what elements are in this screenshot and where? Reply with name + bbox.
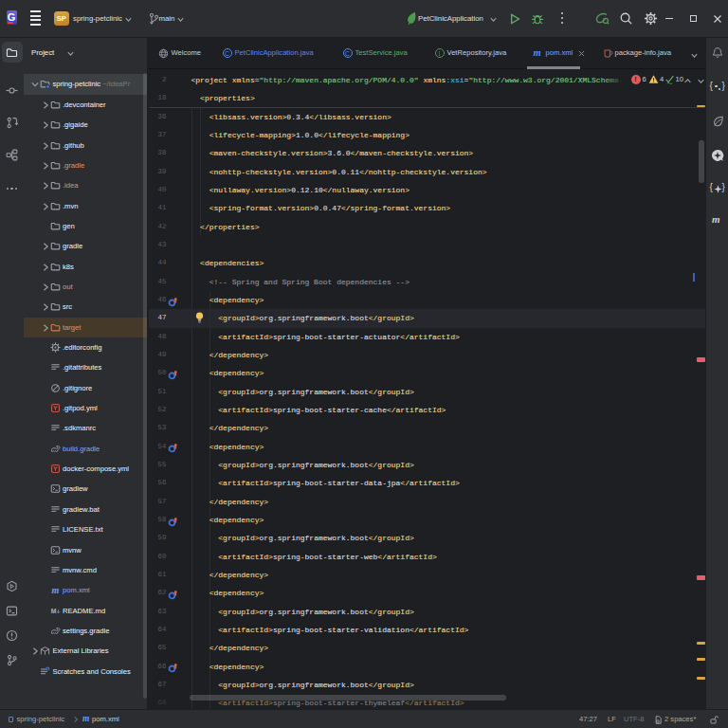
svg-text:M: M	[51, 607, 57, 613]
